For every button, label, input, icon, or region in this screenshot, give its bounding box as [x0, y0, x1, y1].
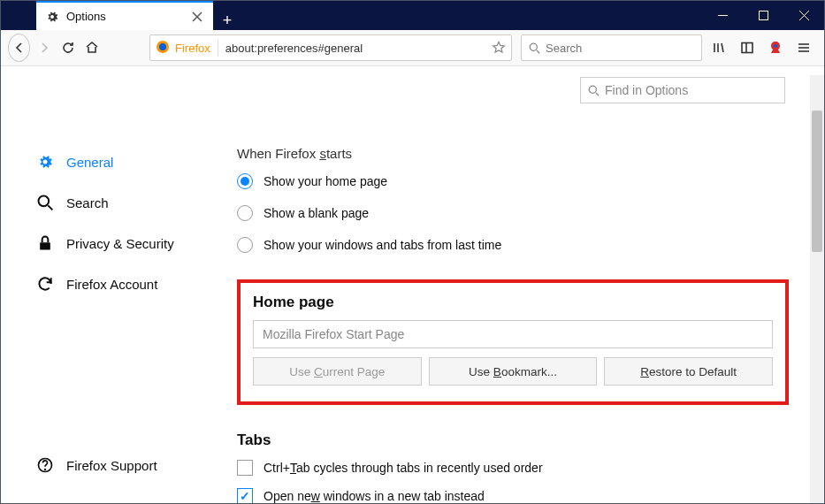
svg-point-7 — [159, 43, 166, 50]
svg-rect-13 — [742, 43, 752, 53]
sidebar-label: Search — [66, 195, 109, 210]
tabs-heading: Tabs — [237, 431, 789, 449]
startup-heading: When Firefox starts — [237, 146, 789, 161]
gear-icon — [36, 153, 54, 171]
sidebar-item-search[interactable]: Search — [36, 182, 226, 223]
sidebar-button[interactable] — [734, 34, 760, 61]
toolbar-right — [706, 34, 817, 61]
svg-line-20 — [48, 205, 52, 210]
sidebar-label: Firefox Account — [66, 277, 157, 292]
sidebar-label: Privacy & Security — [66, 236, 174, 251]
preferences-main: Find in Options When Firefox starts Show… — [226, 66, 824, 503]
sidebar-item-account[interactable]: Firefox Account — [36, 263, 226, 304]
use-current-page-button[interactable]: Use Current Page — [253, 357, 422, 386]
preferences-sidebar: General Search Privacy & Security Firefo… — [1, 66, 226, 503]
forward-button[interactable] — [34, 34, 54, 61]
minimize-button[interactable] — [702, 1, 743, 30]
svg-point-15 — [774, 44, 777, 48]
identity-box[interactable]: Firefox — [156, 40, 218, 57]
content-area: General Search Privacy & Security Firefo… — [1, 66, 824, 503]
sidebar-label: Firefox Support — [66, 458, 157, 473]
svg-point-23 — [45, 470, 46, 470]
sidebar-item-general[interactable]: General — [36, 141, 226, 182]
back-button[interactable] — [8, 34, 30, 62]
close-button[interactable] — [783, 1, 824, 30]
homepage-section-highlight: Home page Use Current Page Use Bookmark.… — [237, 279, 789, 405]
library-button[interactable] — [706, 34, 732, 61]
scrollbar[interactable] — [810, 75, 824, 503]
identity-label: Firefox — [175, 42, 210, 55]
tab-options[interactable]: Options — [36, 1, 213, 30]
svg-rect-3 — [759, 11, 768, 20]
search-icon — [36, 194, 54, 211]
startup-radio-group: Show your home page Show a blank page Sh… — [237, 173, 789, 253]
svg-line-12 — [722, 43, 723, 52]
homepage-buttons: Use Current Page Use Bookmark... Restore… — [253, 357, 773, 386]
tab-label: Options — [66, 10, 183, 23]
checkbox-icon — [237, 488, 253, 503]
scrollbar-thumb[interactable] — [812, 111, 822, 252]
sidebar-item-support[interactable]: Firefox Support — [36, 445, 226, 485]
window-controls — [702, 1, 824, 30]
url-bar[interactable]: Firefox about:preferences#general — [149, 34, 512, 61]
navigation-toolbar: Firefox about:preferences#general — [1, 30, 824, 66]
restore-default-button[interactable]: Restore to Default — [604, 357, 773, 386]
use-bookmark-button[interactable]: Use Bookmark... — [429, 357, 598, 386]
search-icon — [588, 85, 600, 96]
radio-show-last-session[interactable]: Show your windows and tabs from last tim… — [237, 237, 789, 253]
home-button[interactable] — [81, 34, 102, 61]
search-bar[interactable] — [521, 34, 702, 61]
homepage-heading: Home page — [253, 294, 773, 311]
radio-show-homepage[interactable]: Show your home page — [237, 173, 789, 189]
svg-point-19 — [39, 196, 50, 207]
checkbox-icon — [237, 460, 253, 476]
maximize-button[interactable] — [743, 1, 783, 30]
firefox-icon — [156, 40, 170, 57]
help-icon — [36, 456, 54, 474]
search-input[interactable] — [546, 42, 694, 55]
reload-button[interactable] — [57, 34, 78, 61]
check-new-window-tab[interactable]: Open new windows in a new tab instead — [237, 488, 789, 503]
browser-window: Options + — [0, 0, 825, 504]
svg-point-24 — [589, 86, 596, 93]
extension-button[interactable] — [762, 34, 789, 61]
menu-button[interactable] — [791, 34, 817, 61]
new-tab-button[interactable]: + — [213, 11, 241, 30]
sync-icon — [36, 275, 54, 293]
svg-rect-21 — [40, 242, 50, 249]
svg-line-9 — [537, 50, 539, 52]
svg-line-25 — [596, 92, 599, 95]
homepage-input[interactable] — [253, 320, 773, 348]
sidebar-label: General — [66, 155, 113, 170]
url-text: about:preferences#general — [225, 42, 492, 55]
lock-icon — [36, 234, 54, 252]
bookmark-star-icon[interactable] — [492, 41, 506, 55]
titlebar: Options + — [1, 1, 824, 30]
find-placeholder: Find in Options — [605, 83, 688, 97]
radio-show-blank[interactable]: Show a blank page — [237, 205, 789, 221]
check-ctrl-tab[interactable]: Ctrl+Tab cycles through tabs in recently… — [237, 460, 789, 476]
tab-strip: Options + — [1, 1, 241, 30]
svg-point-8 — [530, 43, 537, 50]
search-icon — [529, 42, 540, 54]
close-icon[interactable] — [190, 10, 204, 24]
gear-icon — [45, 10, 59, 24]
sidebar-item-privacy[interactable]: Privacy & Security — [36, 223, 226, 263]
find-in-options[interactable]: Find in Options — [580, 77, 785, 103]
